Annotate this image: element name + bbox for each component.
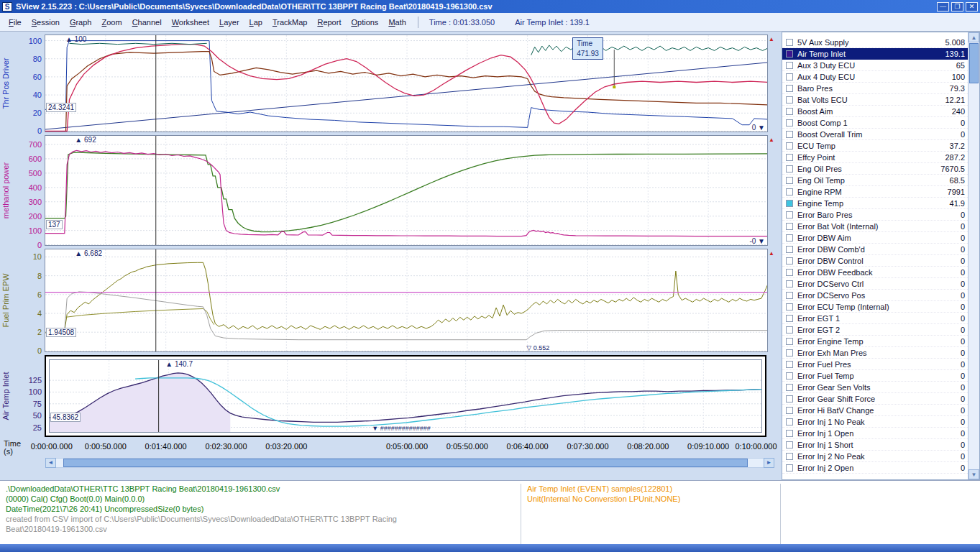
channel-row-error-inj-2-open[interactable]: Error Inj 2 Open0 <box>782 462 968 474</box>
hscrollbar-thumb[interactable] <box>63 459 748 467</box>
channel-checkbox[interactable] <box>786 108 793 115</box>
scroll-up-icon[interactable]: ▲ <box>968 32 979 42</box>
menu-graph[interactable]: Graph <box>65 16 97 29</box>
menu-trackmap[interactable]: TrackMap <box>267 16 313 29</box>
channel-row-error-baro-pres[interactable]: Error Baro Pres0 <box>782 209 968 221</box>
scroll-down-icon[interactable]: ▼ <box>968 469 979 479</box>
plot-fuel-prim-epw[interactable]: ▲ 6.6821.94508▽ 0.552 <box>45 249 768 352</box>
channel-checkbox[interactable] <box>786 119 793 126</box>
menu-options[interactable]: Options <box>346 16 383 29</box>
menu-file[interactable]: File <box>4 16 27 29</box>
channel-checkbox[interactable] <box>786 257 793 264</box>
close-button[interactable]: ✕ <box>966 2 978 12</box>
channel-row-error-dbw-control[interactable]: Error DBW Control0 <box>782 255 968 267</box>
channel-row-eng-oil-pres[interactable]: Eng Oil Pres7670.5 <box>782 163 968 175</box>
channel-checkbox[interactable] <box>786 96 793 104</box>
menu-channel[interactable]: Channel <box>127 16 167 29</box>
channel-checkbox[interactable] <box>786 165 793 172</box>
channel-row-error-exh-man-pres[interactable]: Error Exh Man Pres0 <box>782 347 968 359</box>
channel-checkbox[interactable] <box>786 50 793 58</box>
channel-row-engine-rpm[interactable]: Engine RPM7991 <box>782 186 968 198</box>
channel-row-boost-comp-1[interactable]: Boost Comp 10 <box>782 117 968 129</box>
vertical-scrollbar[interactable]: ▲ ▼ <box>968 32 979 479</box>
channel-checkbox[interactable] <box>786 453 793 460</box>
channel-row-error-hi-batv-change[interactable]: Error Hi BatV Change0 <box>782 405 968 416</box>
channel-row-error-fuel-pres[interactable]: Error Fuel Pres0 <box>782 359 968 370</box>
channel-checkbox[interactable] <box>786 303 793 310</box>
plot-methanol-power[interactable]: ▲ 692137-0 ▼ <box>45 135 768 246</box>
channel-row-error-inj-2-no-peak[interactable]: Error Inj 2 No Peak0 <box>782 451 968 462</box>
minimize-button[interactable]: — <box>937 2 949 12</box>
channel-checkbox[interactable] <box>786 85 793 92</box>
channel-checkbox[interactable] <box>786 73 793 80</box>
channel-row-error-gear-shift-force[interactable]: Error Gear Shift Force0 <box>782 393 968 405</box>
channel-row-effcy-point[interactable]: Effcy Point287.2 <box>782 152 968 163</box>
menu-lap[interactable]: Lap <box>244 16 267 29</box>
channel-checkbox[interactable] <box>786 39 793 46</box>
channel-checkbox[interactable] <box>786 246 793 253</box>
menu-zoom[interactable]: Zoom <box>96 16 127 29</box>
channel-row-error-egt-2[interactable]: Error EGT 20 <box>782 324 968 336</box>
channel-row-error-gear-sen-volts[interactable]: Error Gear Sen Volts0 <box>782 382 968 393</box>
channel-row-engine-temp[interactable]: Engine Temp41.9 <box>782 198 968 209</box>
channel-checkbox[interactable] <box>786 372 793 380</box>
channel-row-error-fuel-temp[interactable]: Error Fuel Temp0 <box>782 370 968 382</box>
channel-checkbox[interactable] <box>786 361 793 368</box>
vscrollbar-thumb[interactable] <box>969 43 979 83</box>
horizontal-scrollbar[interactable]: ◄ ► <box>45 458 774 468</box>
menu-report[interactable]: Report <box>312 16 346 29</box>
channel-row-ecu-temp[interactable]: ECU Temp37.2 <box>782 140 968 152</box>
channel-row-error-egt-1[interactable]: Error EGT 10 <box>782 313 968 324</box>
channel-row-error-dbw-feedback[interactable]: Error DBW Feedback0 <box>782 267 968 278</box>
channel-row-error-inj-1-no-peak[interactable]: Error Inj 1 No Peak0 <box>782 416 968 428</box>
channel-row-boost-aim[interactable]: Boost Aim240 <box>782 106 968 117</box>
plot-air-temp-inlet[interactable]: ▲ 140.745.8362▼ ############## <box>49 359 762 433</box>
channel-row-error-inj-1-short[interactable]: Error Inj 1 Short0 <box>782 439 968 451</box>
channel-checkbox[interactable] <box>786 407 793 414</box>
channel-checkbox[interactable] <box>786 292 793 299</box>
channel-row-error-ecu-temp-internal-[interactable]: Error ECU Temp (Internal)0 <box>782 301 968 313</box>
channel-checkbox[interactable] <box>786 349 793 356</box>
channel-row-aux-3-duty-ecu[interactable]: Aux 3 Duty ECU65 <box>782 60 968 71</box>
channel-row-error-dbw-aim[interactable]: Error DBW Aim0 <box>782 232 968 244</box>
channel-row-boost-overall-trim[interactable]: Boost Overall Trim0 <box>782 129 968 140</box>
channel-checkbox[interactable] <box>786 188 793 196</box>
menu-worksheet[interactable]: Worksheet <box>167 16 214 29</box>
channel-row-error-inj-1-open[interactable]: Error Inj 1 Open0 <box>782 428 968 439</box>
channel-checkbox[interactable] <box>786 131 793 138</box>
channel-row-error-dbw-comb-d[interactable]: Error DBW Comb'd0 <box>782 244 968 255</box>
channel-checkbox[interactable] <box>786 62 793 69</box>
channel-row-error-dcservo-pos[interactable]: Error DCServo Pos0 <box>782 290 968 301</box>
channel-checkbox[interactable] <box>786 269 793 276</box>
scroll-left-icon[interactable]: ◄ <box>45 458 56 468</box>
maximize-button[interactable]: ❐ <box>951 2 963 12</box>
channel-checkbox[interactable] <box>786 395 793 402</box>
menu-session[interactable]: Session <box>27 16 65 29</box>
channel-row-error-dcservo-ctrl[interactable]: Error DCServo Ctrl0 <box>782 278 968 290</box>
channel-row-aux-4-duty-ecu[interactable]: Aux 4 Duty ECU100 <box>782 71 968 83</box>
channel-checkbox[interactable] <box>786 154 793 161</box>
channel-checkbox[interactable] <box>786 430 793 437</box>
channel-checkbox[interactable] <box>786 338 793 345</box>
channel-checkbox[interactable] <box>786 441 793 448</box>
channel-checkbox[interactable] <box>786 211 793 218</box>
channel-row-error-bat-volt-internal-[interactable]: Error Bat Volt (Internal)0 <box>782 221 968 232</box>
channel-checkbox[interactable] <box>786 177 793 184</box>
menu-math[interactable]: Math <box>383 16 411 29</box>
channel-checkbox[interactable] <box>786 418 793 426</box>
channel-row-air-temp-inlet[interactable]: Air Temp Inlet139.1 <box>782 48 968 60</box>
channel-row-baro-pres[interactable]: Baro Pres79.3 <box>782 83 968 94</box>
channel-checkbox[interactable] <box>786 223 793 230</box>
channel-row-eng-oil-temp[interactable]: Eng Oil Temp68.5 <box>782 175 968 186</box>
channel-checkbox[interactable] <box>786 280 793 288</box>
channel-checkbox[interactable] <box>786 315 793 322</box>
channel-checkbox[interactable] <box>786 234 793 242</box>
menu-layer[interactable]: Layer <box>214 16 244 29</box>
channel-checkbox[interactable] <box>786 384 793 391</box>
channel-checkbox[interactable] <box>786 464 793 472</box>
scroll-right-icon[interactable]: ► <box>764 458 774 468</box>
plot-thr-pos-driver[interactable]: Time471.93▲ 10024.32410 ▼ <box>45 34 768 132</box>
channel-checkbox[interactable] <box>786 326 793 334</box>
channel-row-5v-aux-supply[interactable]: 5V Aux Supply5.008 <box>782 37 968 48</box>
channel-checkbox[interactable] <box>786 200 793 207</box>
